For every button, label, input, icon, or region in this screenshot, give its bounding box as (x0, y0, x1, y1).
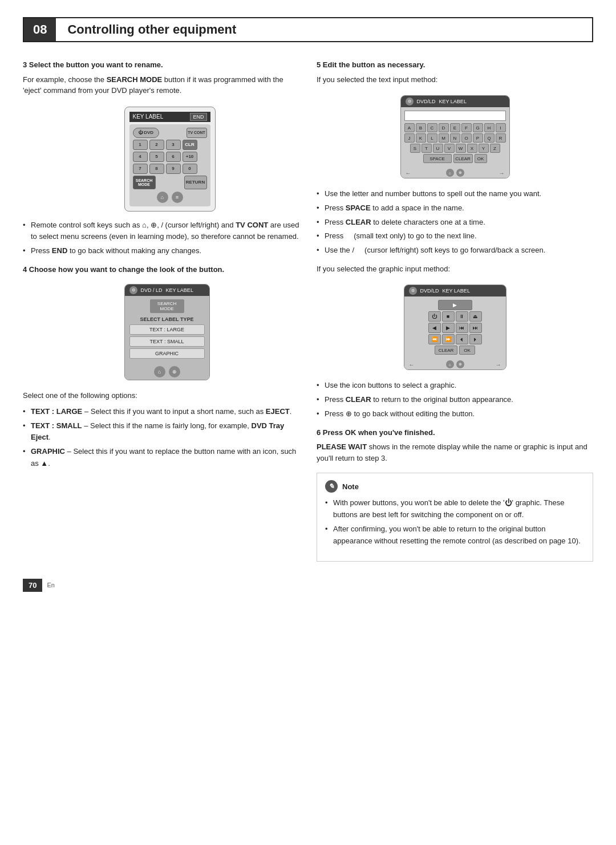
step5-home-icon: ⌂ (446, 169, 454, 177)
step4-device: ⚙ DVD / LD KEY LABEL SEARCH MODE SELECT … (124, 284, 210, 380)
note-bullet-confirm: After confirming, you won't be able to r… (325, 523, 585, 547)
step5-graphic-device: ⚙ DVD/LD KEY LABEL ▶ ⏻ ■ ⏸ ⏏ (404, 285, 506, 370)
step3-btn-3: 3 (166, 140, 181, 150)
step5-km-row3: S T U V W X Y Z (404, 144, 506, 153)
step5-menu-icon: ⊕ (456, 169, 464, 177)
left-column: 3 Select the button you want to rename. … (23, 59, 299, 562)
step5-play-btn: ▶ (438, 300, 472, 310)
step5-km-bottom: SPACE CLEAR OK (404, 154, 506, 163)
step3-heading: 3 Select the button you want to rename. (23, 59, 299, 71)
step3-bullets: Remote control soft keys such as ⌂, ⊕, /… (23, 220, 299, 257)
step5-graphic-bullets: Use the icon buttons to select a graphic… (317, 380, 593, 420)
step3-return-btn: RETURN (184, 176, 207, 189)
step4-menu-icon: ⊕ (169, 366, 180, 377)
option-graphic: GRAPHIC – Select this if you want to rep… (23, 446, 299, 470)
step3-device-header: KEY LABEL END (129, 112, 210, 122)
step5-gm-row3: ⏪ ⏩ ⏴ ⏵ (408, 334, 502, 344)
step5-keyboard-device: ⚙ DVD/LD KEY LABEL A B C D E F G H (400, 95, 510, 178)
step3-btn-9: 9 (166, 164, 181, 174)
step3-btn-8: 8 (149, 164, 164, 174)
step4-search-mode: SEARCH MODE (150, 299, 184, 313)
step3-tv-btn: TV CONT (187, 128, 207, 138)
step4-select-label: SELECT LABEL TYPE (129, 316, 205, 322)
step5-text-input (404, 111, 506, 121)
step5-km-icon: ⚙ (406, 98, 414, 105)
step4-graphic: GRAPHIC (129, 348, 205, 359)
step3-btn-5: 5 (149, 152, 164, 162)
main-content: 3 Select the button you want to rename. … (23, 59, 593, 562)
bullet-press-space: Press SPACE to add a space in the name. (317, 202, 593, 214)
step3-btn-clr: CLR (183, 140, 197, 150)
step4-heading: 4 Choose how you want to change the look… (23, 264, 299, 275)
note-bullets: With power buttons, you won't be able to… (325, 497, 585, 547)
bullet-remote-keys: Remote control soft keys such as ⌂, ⊕, /… (23, 220, 299, 243)
step3-dvd-btn: ⏻ DVD (133, 128, 159, 138)
step3-btn-7: 7 (133, 164, 148, 174)
step4-device-body: SEARCH MODE SELECT LABEL TYPE TEXT : LAR… (125, 296, 209, 364)
step3-row-search: SEARCH MODE RETURN (133, 176, 207, 189)
step5-right-arrow: → (499, 170, 505, 176)
step4-options-intro: Select one of the following options: (23, 390, 299, 401)
step5-graphic-intro: If you selected the graphic input method… (317, 263, 593, 275)
step5-km-nav: ← ⌂ ⊕ → (401, 166, 509, 178)
step5-km-row1: A B C D E F G H I (404, 123, 506, 132)
step5-gm-icon: ⚙ (409, 287, 417, 295)
option-text-large: TEXT : LARGE – Select this if you want t… (23, 406, 299, 418)
step5-gm-circles: ⌂ ⊕ (446, 360, 464, 368)
step5-gm-row1: ⏻ ■ ⏸ ⏏ (408, 311, 502, 322)
step4-key-label: KEY LABEL (166, 287, 193, 293)
step5-km-circles: ⌂ ⊕ (446, 169, 464, 177)
step5-clear-key: CLEAR (453, 154, 473, 163)
step3-btn-6: 6 (166, 152, 181, 162)
note-header: ✎ Note (325, 480, 585, 493)
bullet-press-enter: Press (small text only) to go to the nex… (317, 230, 593, 242)
bullet-use-letters: Use the letter and number buttons to spe… (317, 188, 593, 200)
note-bullet-power: With power buttons, you won't be able to… (325, 497, 585, 521)
bullet-end: Press END to go back without making any … (23, 245, 299, 257)
step5-space-key: SPACE (423, 154, 452, 163)
step6-body: PLEASE WAIT shows in the remote display … (317, 441, 593, 464)
step5-ok-key: OK (475, 154, 487, 163)
step5-km-row2: J K L M N O P Q R (404, 133, 506, 143)
header-bar: 08 Controlling other equipment (23, 17, 593, 42)
step3-body: For example, choose the SEARCH MODE butt… (23, 74, 299, 96)
step5-gm-key-label: KEY LABEL (443, 288, 470, 294)
step5-km-top-label: DVD/LD (417, 99, 436, 104)
step5-gm-clear: CLEAR (435, 346, 457, 355)
step5-heading: 5 Edit the button as necessary. (317, 59, 593, 71)
step3-nav: ⌂ ≡ (133, 192, 207, 203)
step3-row-456: 4 5 6 +10 (133, 152, 207, 162)
step4-device-icon: ⚙ (129, 286, 137, 294)
step5-gm-header: ⚙ DVD/LD KEY LABEL (404, 285, 506, 296)
step5-gm-menu-icon: ⊕ (456, 360, 464, 368)
step3-row-789: 7 8 9 0 (133, 164, 207, 174)
bullet-back-no-edit: Press ⊕ to go back without editing the b… (317, 408, 593, 420)
step3-row-123: 1 2 3 CLR (133, 140, 207, 150)
step4-options-list: TEXT : LARGE – Select this if you want t… (23, 406, 299, 470)
step4-device-top-label: DVD / LD (141, 287, 163, 293)
step5-km-body: A B C D E F G H I J K L M (401, 107, 509, 166)
step5-gm-nav: ← ⌂ ⊕ → (404, 358, 506, 369)
step5-gm-home-icon: ⌂ (446, 360, 454, 368)
step3-device-body: ⏻ DVD TV CONT 1 2 3 CLR 4 5 6 +10 (129, 124, 210, 206)
step5-gm-row2: ◀ ▶ ⏮ ⏭ (408, 323, 502, 333)
bullet-press-clear: Press CLEAR to delete characters one at … (317, 217, 593, 229)
step5-text-intro: If you selected the text input method: (317, 74, 593, 86)
bullet-use-icons: Use the icon buttons to select a graphic… (317, 380, 593, 392)
step6-heading: 6 Press OK when you've finished. (317, 427, 593, 438)
bullet-clear-graphic: Press CLEAR to return to the original bu… (317, 394, 593, 406)
step5-gm-bottom: CLEAR OK (408, 346, 502, 355)
note-title: Note (342, 482, 359, 491)
right-column: 5 Edit the button as necessary. If you s… (317, 59, 593, 562)
step3-menu-icon: ≡ (172, 192, 183, 203)
step3-device: KEY LABEL END ⏻ DVD TV CONT 1 2 3 CLR (124, 107, 216, 212)
step4-device-header: ⚙ DVD / LD KEY LABEL (125, 285, 209, 296)
footer: 70 En (23, 579, 593, 592)
step5-km-header: ⚙ DVD/LD KEY LABEL (401, 96, 509, 107)
step3-home-icon: ⌂ (157, 192, 168, 203)
option-text-small: TEXT : SMALL – Select this if the name i… (23, 420, 299, 444)
step5-gm-ok: OK (459, 346, 475, 355)
step5-gm-top-label: DVD/LD (420, 288, 439, 294)
step5-text-bullets: Use the letter and number buttons to spe… (317, 188, 593, 257)
step3-btn-1: 1 (133, 140, 148, 150)
